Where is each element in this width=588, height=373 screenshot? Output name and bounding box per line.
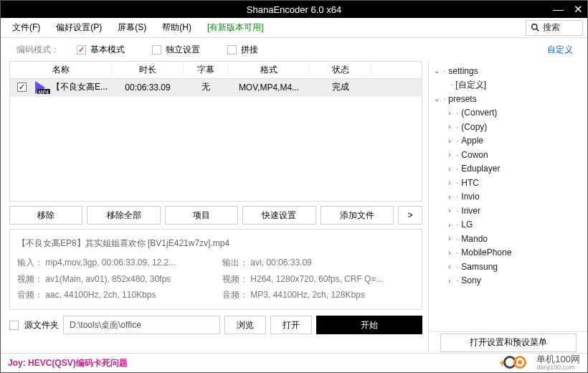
svg-line-1 — [536, 29, 539, 31]
search-input[interactable]: 搜索 — [526, 20, 583, 36]
row-format: MOV,MP4,M4... — [228, 82, 310, 93]
browse-button[interactable]: 浏览 — [224, 316, 266, 334]
chevron-right-icon: › — [446, 137, 453, 145]
chevron-right-icon: › — [446, 263, 453, 270]
checkbox-icon — [227, 45, 237, 55]
chevron-down-icon: ⌄ — [433, 95, 440, 103]
tree-preset-item[interactable]: ›·Eduplayer — [433, 162, 584, 176]
search-icon — [531, 23, 540, 32]
chevron-right-icon: › — [446, 179, 453, 186]
tree-preset-item[interactable]: ›·LG — [433, 218, 584, 232]
tree-preset-item[interactable]: ›·Sony — [433, 274, 584, 288]
preset-tree: ⌄·settings ·[自定义] ⌄·presets ›·(Convert)›… — [429, 61, 587, 331]
tree-preset-item[interactable]: ›·Apple — [433, 134, 584, 148]
tree-preset-item[interactable]: ›·HTC — [433, 176, 584, 190]
row-duration: 00:06:33.09 — [112, 82, 184, 93]
remove-button[interactable]: 移除 — [9, 206, 82, 225]
source-folder-label: 源文件夹 — [24, 319, 59, 331]
remove-all-button[interactable]: 移除全部 — [87, 206, 160, 225]
tree-preset-item[interactable]: ›·Invio — [433, 190, 584, 204]
chevron-right-icon: › — [446, 221, 453, 229]
col-status[interactable]: 状态 — [310, 64, 371, 76]
source-folder-checkbox[interactable] — [9, 321, 19, 330]
info-output: 输出： avi, 00:06:33.09 — [222, 255, 414, 271]
chevron-right-icon: › — [446, 165, 453, 173]
chevron-right-icon: › — [446, 277, 453, 285]
close-button[interactable]: ✕ — [574, 3, 583, 16]
open-button[interactable]: 打开 — [270, 316, 312, 334]
tree-preset-item[interactable]: ›·Cowon — [433, 148, 584, 162]
brand-logo-icon: + — [503, 356, 532, 370]
chevron-right-icon: › — [446, 207, 453, 214]
col-name[interactable]: 名称 — [10, 64, 112, 76]
table-row[interactable]: MP4 【不良女高E... 00:06:33.09 无 MOV,MP4,M4..… — [10, 79, 422, 96]
encode-mode-label: 编码模式： — [16, 44, 60, 56]
tree-presets[interactable]: ⌄·presets — [433, 92, 584, 106]
open-presets-menu-button[interactable]: 打开设置和预设菜单 — [440, 334, 577, 352]
info-filename: 【不良女高EP8】其实姐姐喜欢你 [BV1jE421w7zv].mp4 — [17, 235, 414, 252]
more-button[interactable]: > — [398, 206, 422, 225]
output-path[interactable]: D:\tools\桌面\office — [63, 316, 220, 334]
chevron-right-icon: › — [446, 249, 453, 257]
info-output-audio: 音频： MP3, 44100Hz, 2ch, 128Kbps — [222, 287, 414, 303]
info-input-video: 视频： av1(Main, av01), 852x480, 30fps — [17, 271, 209, 288]
tree-preset-item[interactable]: ›·Iriver — [433, 204, 584, 218]
minimize-button[interactable]: ― — [553, 3, 564, 16]
row-status: 完成 — [310, 81, 371, 93]
window-title: ShanaEncoder 6.0 x64 — [247, 4, 341, 15]
mode-individual[interactable]: 独立设置 — [152, 44, 200, 56]
tree-preset-item[interactable]: ›·Mando — [433, 232, 584, 246]
video-file-icon: MP4 — [31, 81, 49, 94]
svg-point-0 — [532, 24, 537, 29]
menu-file[interactable]: 文件(F) — [5, 19, 47, 37]
mode-basic[interactable]: 基本模式 — [77, 44, 125, 56]
row-subtitle: 无 — [184, 81, 228, 93]
menu-preferences[interactable]: 偏好设置(P) — [49, 19, 109, 37]
custom-link[interactable]: 自定义 — [547, 44, 573, 56]
info-input-audio: 音频： aac, 44100Hz, 2ch, 110Kbps — [17, 287, 209, 303]
tree-preset-item[interactable]: ›·(Convert) — [433, 106, 584, 121]
status-message[interactable]: Joy: HEVC(QSV)编码卡死问题 — [8, 357, 128, 369]
tree-settings[interactable]: ⌄·settings — [433, 64, 584, 78]
tree-preset-item[interactable]: ›·MobilePhone — [433, 246, 584, 260]
mode-concat[interactable]: 拼接 — [227, 44, 258, 56]
search-placeholder: 搜索 — [543, 22, 560, 34]
col-duration[interactable]: 时长 — [112, 64, 184, 76]
add-file-button[interactable]: 添加文件 — [321, 206, 394, 225]
chevron-down-icon: ⌄ — [433, 67, 440, 75]
menu-update-available[interactable]: [有新版本可用] — [200, 19, 271, 37]
start-button[interactable]: 开始 — [316, 316, 422, 334]
watermark-brand: + 单机100网danji100.com — [503, 354, 580, 372]
checkbox-icon — [152, 45, 161, 55]
quick-settings-button[interactable]: 快速设置 — [242, 206, 316, 225]
tree-preset-item[interactable]: ›·(Copy) — [433, 120, 584, 134]
info-output-video: 视频： H264, 1280x720, 60fps, CRF Q=... — [222, 271, 414, 288]
chevron-right-icon: › — [446, 193, 453, 201]
chevron-right-icon: › — [446, 109, 453, 117]
project-button[interactable]: 项目 — [165, 206, 238, 225]
chevron-right-icon: › — [446, 151, 453, 159]
tree-preset-item[interactable]: ›·Samsung — [433, 260, 584, 274]
col-format[interactable]: 格式 — [228, 64, 310, 76]
tree-custom[interactable]: ·[自定义] — [433, 78, 584, 93]
row-checkbox[interactable] — [17, 82, 27, 92]
chevron-right-icon: › — [446, 235, 453, 242]
row-filename: 【不良女高E... — [52, 81, 108, 93]
checkbox-icon — [77, 45, 86, 55]
menu-help[interactable]: 帮助(H) — [155, 19, 199, 37]
chevron-right-icon: › — [446, 123, 453, 131]
file-table: 名称 时长 字幕 格式 状态 MP4 【不良女高E... 00:06:33.09… — [9, 61, 422, 202]
menu-screen[interactable]: 屏幕(S) — [110, 19, 153, 37]
file-info-panel: 【不良女高EP8】其实姐姐喜欢你 [BV1jE421w7zv].mp4 输入： … — [9, 229, 422, 310]
col-subtitle[interactable]: 字幕 — [184, 64, 228, 76]
info-input: 输入： mp4,mov,3gp, 00:06:33.09, 12.2... — [17, 255, 209, 271]
